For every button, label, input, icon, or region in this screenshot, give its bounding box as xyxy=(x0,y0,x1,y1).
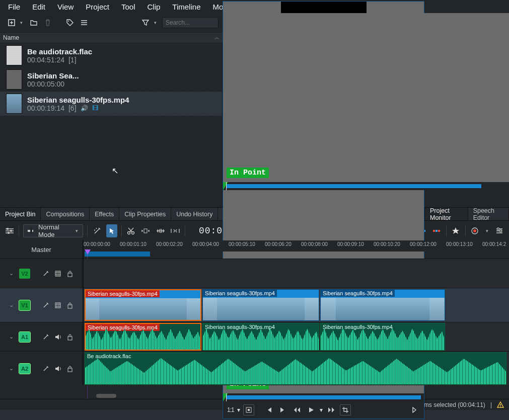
edit-mode-dropdown[interactable]: Normal Mode ▾ xyxy=(23,224,83,237)
track-lane-a2[interactable]: Be audiotrack.flac xyxy=(84,351,509,385)
film-icon[interactable] xyxy=(53,301,62,310)
track-tag[interactable]: V1 xyxy=(19,300,30,310)
select-tool-icon[interactable] xyxy=(106,224,117,237)
bin-item[interactable]: Siberian Sea... 00:00:05:00 xyxy=(0,67,222,92)
video-clip[interactable]: Siberian seagulls-30fps.mp4 xyxy=(85,289,201,321)
go-end-icon[interactable] xyxy=(277,404,288,415)
favorite-icon[interactable] xyxy=(451,224,461,237)
bin-column-header[interactable]: Name ︿ xyxy=(0,32,223,43)
menu-project[interactable]: Project xyxy=(80,1,115,13)
lock-icon[interactable] xyxy=(65,269,75,278)
collapse-icon[interactable]: ︿ xyxy=(214,34,220,41)
svg-rect-29 xyxy=(55,271,60,276)
tab-clip-props[interactable]: Clip Properties xyxy=(119,208,171,220)
svg-rect-28 xyxy=(500,230,501,232)
go-start-icon[interactable] xyxy=(263,404,274,415)
collapse-track-icon[interactable]: ⌄ xyxy=(9,302,16,308)
crop-icon[interactable] xyxy=(340,404,351,415)
tab-undo-history[interactable]: Undo History xyxy=(171,208,218,220)
audio-clip[interactable]: Siberian seagulls-30fps.mp4 xyxy=(202,323,319,351)
collapse-track-icon[interactable]: ⌄ xyxy=(9,365,16,372)
video-clip[interactable]: Siberian seagulls-30fps.mp4 xyxy=(202,289,319,321)
play-icon[interactable] xyxy=(306,404,317,415)
add-clip-icon[interactable] xyxy=(6,17,17,28)
track-head-v1[interactable]: ⌄ V1 xyxy=(0,288,84,322)
audio-clip[interactable]: Siberian seagulls-30fps.mp4 xyxy=(85,323,201,351)
project-bin-panel: ▾ ▾ Name ︿ Be audiotrack.flac 00:04:51:2… xyxy=(0,13,223,207)
tab-speech-editor[interactable]: Speech Editor xyxy=(468,208,509,220)
menu-icon[interactable] xyxy=(79,17,90,28)
menu-tool[interactable]: Tool xyxy=(115,1,141,13)
track-tag[interactable]: A2 xyxy=(19,364,30,374)
lock-icon[interactable] xyxy=(65,364,75,373)
collapse-track-icon[interactable]: ⌄ xyxy=(9,333,16,340)
speaker-icon[interactable] xyxy=(53,364,62,373)
track-head-v2[interactable]: ⌄ V2 xyxy=(0,259,84,288)
bin-search-input[interactable] xyxy=(162,17,219,28)
project-monitor-ruler[interactable] xyxy=(223,182,509,190)
magic-wand-icon[interactable] xyxy=(92,224,102,237)
zoom-dropdown-icon[interactable]: ▾ xyxy=(237,406,240,413)
play-dropdown-icon[interactable]: ▾ xyxy=(320,406,323,413)
rewind-icon[interactable] xyxy=(292,404,303,415)
track-tag[interactable]: A1 xyxy=(19,332,30,342)
tab-project-monitor[interactable]: Project Monitor xyxy=(425,208,468,220)
expand-tool-icon[interactable] xyxy=(155,224,166,237)
lock-icon[interactable] xyxy=(65,301,75,310)
collapse-track-icon[interactable]: ⌄ xyxy=(9,270,16,277)
add-clip-dropdown-icon[interactable]: ▾ xyxy=(20,20,25,25)
tag-icon[interactable] xyxy=(64,17,76,28)
track-head-a2[interactable]: ⌄ A2 xyxy=(0,351,84,385)
bin-list[interactable]: Be audiotrack.flac 00:04:51:24 [1] Siber… xyxy=(0,43,223,207)
project-monitor-viewport[interactable]: In Point xyxy=(223,13,509,182)
track-tag[interactable]: V2 xyxy=(19,269,30,279)
fx-icon[interactable] xyxy=(41,332,50,342)
audio-clip[interactable]: Siberian seagulls-30fps.mp4 xyxy=(320,323,445,351)
settings-bars-icon[interactable] xyxy=(494,224,505,237)
tab-compositions[interactable]: Compositions xyxy=(41,208,90,220)
lock-icon[interactable] xyxy=(65,332,75,342)
master-label[interactable]: Master xyxy=(0,240,84,259)
filter-dropdown-icon[interactable]: ▾ xyxy=(154,20,159,25)
record-dropdown-icon[interactable]: ▾ xyxy=(484,228,490,233)
video-clip[interactable]: Siberian seagulls-30fps.mp4 xyxy=(320,289,445,321)
bin-item[interactable]: Siberian seagulls-30fps.mp4 00:00:19:14 … xyxy=(0,92,222,116)
track-compositing-icon[interactable] xyxy=(4,224,15,237)
timeline-scrollbar[interactable] xyxy=(96,394,116,398)
forward-icon[interactable] xyxy=(326,404,337,415)
filter-icon[interactable] xyxy=(140,17,151,28)
track-head-a1[interactable]: ⌄ A1 xyxy=(0,322,84,351)
bin-item-usage: [1] xyxy=(68,56,77,64)
playhead-icon[interactable] xyxy=(85,249,91,255)
svg-point-11 xyxy=(128,231,130,234)
contract-tool-icon[interactable] xyxy=(170,224,180,237)
cut-icon[interactable] xyxy=(125,224,136,237)
track-lane-v2[interactable] xyxy=(84,259,509,288)
menu-view[interactable]: View xyxy=(51,1,80,13)
timeline-ruler[interactable]: 00:00:00:0000:00:01:1000:00:02:2000:00:0… xyxy=(84,240,509,251)
marker-insert-icon[interactable] xyxy=(431,224,442,237)
add-folder-icon[interactable] xyxy=(28,17,39,28)
menu-file[interactable]: File xyxy=(2,1,26,13)
menu-edit[interactable]: Edit xyxy=(26,1,51,13)
tab-project-bin[interactable]: Project Bin xyxy=(0,208,41,220)
fx-icon[interactable] xyxy=(41,301,50,310)
menu-timeline[interactable]: Timeline xyxy=(166,1,206,13)
fx-icon[interactable] xyxy=(41,269,50,278)
spacer-tool-icon[interactable] xyxy=(140,224,151,237)
menu-clip[interactable]: Clip xyxy=(141,1,167,13)
zoom-ratio[interactable]: 1:1 xyxy=(227,406,234,413)
fit-icon[interactable] xyxy=(243,404,254,415)
timeline-canvas[interactable]: 00:00:00:0000:00:01:1000:00:02:2000:00:0… xyxy=(84,240,509,399)
track-lane-v1[interactable]: Siberian seagulls-30fps.mp4Siberian seag… xyxy=(84,288,509,322)
bin-item[interactable]: Be audiotrack.flac 00:04:51:24 [1] xyxy=(0,43,222,67)
next-icon[interactable] xyxy=(409,404,420,415)
film-icon[interactable] xyxy=(53,269,62,278)
fx-icon[interactable] xyxy=(41,364,50,373)
track-lane-a1[interactable]: Siberian seagulls-30fps.mp4Siberian seag… xyxy=(84,322,509,351)
warning-icon[interactable] xyxy=(497,401,504,408)
tab-effects[interactable]: Effects xyxy=(90,208,119,220)
speaker-icon[interactable] xyxy=(53,332,62,342)
record-icon[interactable] xyxy=(470,224,480,237)
audio-clip[interactable]: Be audiotrack.flac xyxy=(85,352,506,385)
